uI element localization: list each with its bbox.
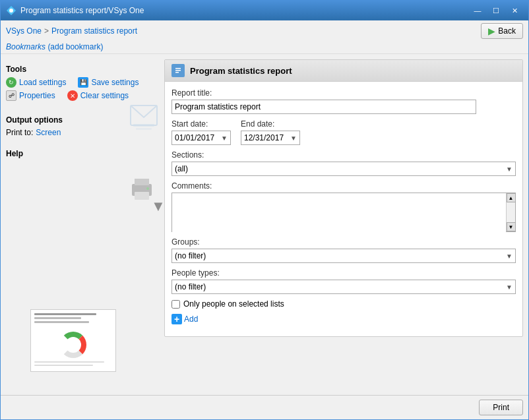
breadcrumb: VSys One > Program statistics report xyxy=(6,26,137,36)
report-title-input[interactable] xyxy=(171,100,476,114)
comments-textarea[interactable] xyxy=(172,193,506,233)
report-body: Report title: Start date: 01/01/2017 ▼ xyxy=(165,82,522,336)
end-date-select[interactable]: 12/31/2017 ▼ xyxy=(241,131,300,145)
people-types-select[interactable]: (no filter) ▼ xyxy=(171,280,516,294)
properties-icon: ☍ xyxy=(6,90,16,101)
start-date-label: Start date: xyxy=(171,119,231,129)
svg-rect-7 xyxy=(133,124,154,127)
back-icon: ▶ xyxy=(488,26,495,36)
breadcrumb-home[interactable]: VSys One xyxy=(6,26,42,36)
only-people-checkbox[interactable] xyxy=(171,300,180,309)
properties-link[interactable]: Properties xyxy=(19,91,55,100)
comments-textarea-wrapper: ▲ ▼ xyxy=(171,193,516,232)
help-section: Help xyxy=(6,144,154,162)
minimize-button[interactable]: — xyxy=(469,4,486,17)
svg-rect-4 xyxy=(135,192,149,200)
app-icon xyxy=(6,5,16,16)
arrow-decoration: ▼ xyxy=(151,198,166,215)
report-panel: Program statistics report Report title: xyxy=(164,59,523,337)
people-types-label: People types: xyxy=(171,268,516,278)
svg-point-5 xyxy=(146,187,149,190)
svg-rect-12 xyxy=(175,72,179,73)
restore-button[interactable]: ☐ xyxy=(487,4,505,17)
close-button[interactable]: ✕ xyxy=(506,4,523,17)
end-date-value: 12/31/2017 xyxy=(244,133,284,142)
add-bookmark-link[interactable]: (add bookmark) xyxy=(47,42,103,51)
sections-field: Sections: (all) ▼ xyxy=(171,150,516,176)
sidebar: Tools ↻ Load settings 💾 Save settings ☍ … xyxy=(1,54,159,395)
breadcrumb-separator: > xyxy=(44,26,49,36)
scroll-down-btn[interactable]: ▼ xyxy=(507,222,516,231)
save-settings-link[interactable]: Save settings xyxy=(91,78,139,87)
sections-select[interactable]: (all) ▼ xyxy=(171,162,516,176)
end-date-label: End date: xyxy=(241,119,300,129)
svg-rect-3 xyxy=(135,179,149,185)
back-label: Back xyxy=(498,26,516,36)
comments-scrollbar: ▲ ▼ xyxy=(506,193,515,231)
end-date-field: End date: 12/31/2017 ▼ xyxy=(241,119,300,145)
svg-rect-11 xyxy=(175,70,181,71)
start-date-arrow: ▼ xyxy=(221,135,228,142)
add-button[interactable]: + Add xyxy=(171,314,516,324)
scroll-up-btn[interactable]: ▲ xyxy=(507,193,516,202)
report-icon xyxy=(171,64,185,77)
tools-title: Tools xyxy=(6,65,154,74)
help-title: Help xyxy=(6,149,154,158)
groups-label: Groups: xyxy=(171,237,516,247)
report-thumbnail xyxy=(30,309,116,372)
svg-point-1 xyxy=(9,9,13,13)
print-to-label: Print to: xyxy=(6,128,33,137)
date-row: Start date: 01/01/2017 ▼ End date: 12/31… xyxy=(171,119,516,145)
comments-label: Comments: xyxy=(171,181,516,191)
people-types-field: People types: (no filter) ▼ xyxy=(171,268,516,294)
tools-section: Tools ↻ Load settings 💾 Save settings ☍ … xyxy=(6,59,154,104)
clear-icon: ✕ xyxy=(67,90,78,101)
tools-row-1: ↻ Load settings 💾 Save settings xyxy=(6,77,154,88)
save-icon: 💾 xyxy=(78,77,88,88)
svg-rect-10 xyxy=(175,68,181,69)
bookmarks-link[interactable]: Bookmarks xyxy=(6,42,46,51)
people-types-value: (no filter) xyxy=(175,282,206,291)
add-label: Add xyxy=(184,315,198,324)
bookmarks-bar: Bookmarks (add bookmark) xyxy=(1,40,528,54)
main-content: Program statistics report Report title: xyxy=(159,54,528,395)
sections-arrow: ▼ xyxy=(506,165,513,173)
load-settings-link[interactable]: Load settings xyxy=(19,78,66,87)
report-title-field: Report title: xyxy=(171,88,516,114)
nav-content: VSys One > Program statistics report ▶ B… xyxy=(1,20,528,40)
sections-value: (all) xyxy=(175,164,188,173)
bottom-bar: Print xyxy=(1,395,528,419)
groups-select[interactable]: (no filter) ▼ xyxy=(171,249,516,263)
only-people-label: Only people on selected lists xyxy=(183,299,284,309)
sections-label: Sections: xyxy=(171,150,516,160)
end-date-arrow: ▼ xyxy=(290,135,297,142)
load-icon: ↻ xyxy=(6,77,16,88)
title-bar: Program statistics report/VSys One — ☐ ✕ xyxy=(1,1,528,20)
start-date-select[interactable]: 01/01/2017 ▼ xyxy=(171,131,231,145)
report-title-label: Report title: xyxy=(171,88,516,98)
clear-settings-link[interactable]: Clear settings xyxy=(80,91,129,100)
only-people-row: Only people on selected lists xyxy=(171,299,516,309)
report-header: Program statistics report xyxy=(165,60,522,82)
nav-bar: VSys One > Program statistics report ▶ B… xyxy=(1,20,528,54)
people-types-arrow: ▼ xyxy=(506,284,513,291)
report-panel-title: Program statistics report xyxy=(190,66,292,76)
app-window: Program statistics report/VSys One — ☐ ✕… xyxy=(0,0,529,420)
window-controls: — ☐ ✕ xyxy=(469,4,523,17)
tools-row-2: ☍ Properties ✕ Clear settings xyxy=(6,90,154,101)
window-title: Program statistics report/VSys One xyxy=(20,6,469,15)
content-area: Tools ↻ Load settings 💾 Save settings ☍ … xyxy=(1,54,528,395)
start-date-value: 01/01/2017 xyxy=(175,133,214,142)
groups-arrow: ▼ xyxy=(506,253,513,260)
back-button[interactable]: ▶ Back xyxy=(481,23,523,39)
groups-field: Groups: (no filter) ▼ xyxy=(171,237,516,263)
add-icon: + xyxy=(171,314,182,324)
envelope-decoration xyxy=(129,100,158,136)
breadcrumb-current[interactable]: Program statistics report xyxy=(51,26,137,36)
comments-field: Comments: ▲ ▼ xyxy=(171,181,516,232)
svg-rect-8 xyxy=(136,128,152,130)
screen-link[interactable]: Screen xyxy=(36,128,61,137)
groups-value: (no filter) xyxy=(175,251,206,260)
print-button[interactable]: Print xyxy=(479,400,523,415)
start-date-field: Start date: 01/01/2017 ▼ xyxy=(171,119,231,145)
